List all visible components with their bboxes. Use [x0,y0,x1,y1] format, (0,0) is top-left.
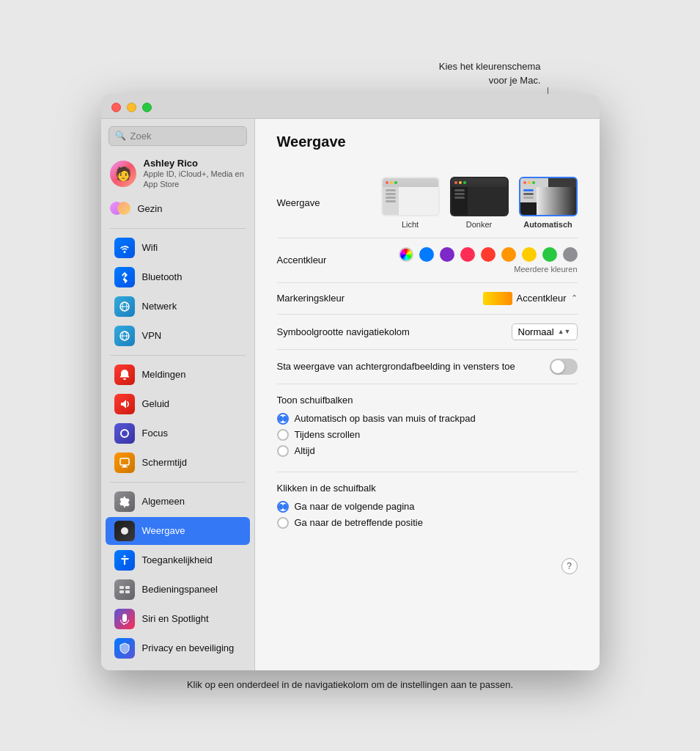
click-position-label: Ga naar de betreffende positie [295,517,423,528]
traffic-lights [111,103,152,112]
highlight-chevron: ⌃ [571,293,578,303]
profile-name: Ashley Rico [144,158,246,169]
sidebar-toegankelijkheid-label: Toegankelijkheid [142,554,213,565]
dropdown-arrow: ▲▼ [558,328,571,335]
radio-scrollbars-always [277,445,289,457]
highlight-label: Markeringskleur [277,293,345,304]
sidebar-item-bedieningspaneel[interactable]: Bedieningspaneel [106,576,250,604]
click-scrollbar-option-next[interactable]: Ga naar de volgende pagina [277,501,578,513]
sidebar-item-geluid[interactable]: Geluid [106,390,250,418]
sidebar-privacy-label: Privacy en beveiliging [142,642,235,653]
accent-red[interactable] [481,247,495,262]
highlight-swatch [483,292,512,305]
scrollbars-option-always[interactable]: Altijd [277,445,578,457]
scrollbars-scrolling-label: Tijdens scrollen [295,429,361,440]
click-scrollbar-title: Klikken in de schuifbalk [277,483,578,494]
sidebar-item-profile[interactable]: 🧑 Ashley Rico Apple ID, iCloud+, Media e… [101,153,254,194]
accent-orange[interactable] [501,247,516,262]
svg-rect-15 [125,590,130,593]
appearance-label-donker: Donker [466,220,492,229]
close-button[interactable] [111,103,121,112]
search-icon: 🔍 [115,131,126,141]
system-preferences-window: 🔍 🧑 Ashley Rico Apple ID, iCloud+, Media… [101,94,600,670]
meldingen-icon [114,364,135,385]
accent-multicolor[interactable] [399,247,413,262]
svg-point-10 [121,527,128,535]
sidebar-icon-size-dropdown[interactable]: Normaal ▲▼ [512,323,578,340]
minimize-button[interactable] [127,103,136,112]
highlight-select[interactable]: Accentkleur ⌃ [483,292,578,305]
click-scrollbar-option-position[interactable]: Ga naar de betreffende positie [277,517,578,529]
appearance-option-automatisch[interactable]: Automatisch [519,177,578,229]
bluetooth-icon [114,267,135,287]
accent-purple[interactable] [440,247,454,262]
bedieningspaneel-icon [114,579,135,600]
svg-rect-12 [119,586,124,589]
toegankelijkheid-icon [114,550,135,571]
search-box[interactable]: 🔍 [108,126,247,146]
sidebar-gezin-label: Gezin [138,203,163,214]
main-panel: Weergave Weergave [255,119,600,670]
weergave-icon [114,521,135,541]
sidebar-item-meldingen[interactable]: Meldingen [106,361,250,389]
sidebar-siri-label: Siri en Spotlight [142,613,209,624]
sidebar-divider-3 [110,482,246,483]
sidebar-item-netwerk[interactable]: Netwerk [106,293,250,320]
algemeen-icon [114,491,135,512]
wallpaper-label: Sta weergave van achtergrondafbeelding i… [277,361,515,372]
sidebar-item-algemeen[interactable]: Algemeen [106,488,250,516]
accent-gray[interactable] [563,247,578,262]
appearance-thumb-licht [381,177,440,216]
radio-click-next [277,501,289,513]
highlight-row: Markeringskleur Accentkleur ⌃ [277,283,578,315]
sidebar-item-bluetooth[interactable]: Bluetooth [106,263,250,291]
sidebar-item-toegankelijkheid[interactable]: Toegankelijkheid [106,546,250,574]
click-next-label: Ga naar de volgende pagina [295,501,415,512]
sidebar-item-schermtijd[interactable]: Schermtijd [106,449,250,477]
sidebar-item-wifi[interactable]: Wifi [106,234,250,262]
scrollbars-option-auto[interactable]: Automatisch op basis van muis of trackpa… [277,413,578,425]
wallpaper-toggle[interactable] [550,359,578,375]
svg-point-11 [123,555,125,557]
scrollbars-always-label: Altijd [295,445,315,456]
help-button[interactable]: ? [561,558,578,574]
sidebar-algemeen-label: Algemeen [142,496,185,507]
search-input[interactable] [130,131,240,142]
gezin-icon [110,199,130,219]
titlebar [101,94,600,119]
svg-rect-6 [120,458,129,465]
svg-rect-14 [119,590,124,593]
appearance-label-licht: Licht [402,220,419,229]
sidebar-item-weergave[interactable]: Weergave [106,517,250,545]
sidebar-meldingen-label: Meldingen [142,369,186,380]
appearance-row: Weergave [277,168,578,238]
sidebar-bedieningspaneel-label: Bedieningspaneel [142,584,218,595]
appearance-option-licht[interactable]: Licht [381,177,440,229]
siri-icon [114,609,135,629]
appearance-thumb-donker [450,177,509,216]
sidebar-item-gezin[interactable]: Gezin [101,194,254,224]
sidebar-divider-1 [110,228,246,229]
schermtijd-icon [114,453,135,473]
sidebar-focus-label: Focus [142,428,168,439]
sidebar-schermtijd-label: Schermtijd [142,457,187,468]
accent-pink[interactable] [460,247,475,262]
accent-colors: Meerdere kleuren [399,247,578,274]
scrollbars-title: Toon schuifbalken [277,395,578,406]
sidebar: 🔍 🧑 Ashley Rico Apple ID, iCloud+, Media… [101,119,255,670]
sidebar-vpn-label: VPN [142,330,162,341]
radio-click-position [277,517,289,529]
accent-blue[interactable] [419,247,434,262]
accent-yellow[interactable] [522,247,537,262]
sidebar-item-focus[interactable]: Focus [106,420,250,447]
sidebar-item-vpn[interactable]: VPN [106,322,250,350]
accent-green[interactable] [542,247,557,262]
sidebar-divider-2 [110,355,246,356]
sidebar-item-privacy[interactable]: Privacy en beveiliging [106,634,250,662]
sidebar-item-siri[interactable]: Siri en Spotlight [106,605,250,633]
netwerk-icon [114,296,135,317]
accent-row: Accentkleur [277,238,578,283]
maximize-button[interactable] [142,103,152,112]
scrollbars-option-scrolling[interactable]: Tijdens scrollen [277,429,578,441]
appearance-option-donker[interactable]: Donker [450,177,509,229]
